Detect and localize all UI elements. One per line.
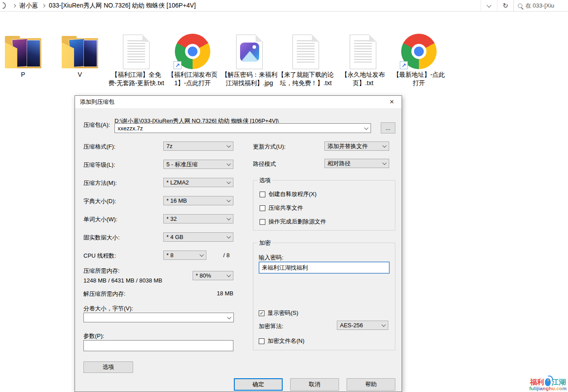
browse-button[interactable]: ...	[381, 122, 395, 133]
ellipsis-icon: ...	[386, 125, 390, 131]
file-label: 【永久地址发布页】.txt	[335, 71, 391, 87]
encrypt-filenames-checkbox[interactable]: 加密文件名(N)	[259, 337, 304, 345]
watermark-brand-left: 福利	[530, 379, 544, 386]
dictionary-select[interactable]: * 16 MB	[163, 196, 233, 205]
file-label: 【解压密码：来福利江湖找福利】.jpg	[221, 71, 277, 87]
chevron-down-icon	[227, 143, 231, 148]
word-size-select[interactable]: * 32	[163, 214, 233, 223]
search-icon	[518, 4, 522, 8]
truncated-drive-icon	[3, 2, 6, 9]
dialog-titlebar: 添加到压缩包 ×	[75, 96, 402, 108]
breadcrumb-item-parent[interactable]: 谢小蒽	[20, 2, 38, 10]
chevron-down-icon	[227, 273, 231, 277]
checkbox-checked-icon: ✓	[259, 310, 264, 316]
file-item-folder-p[interactable]: P	[0, 18, 51, 79]
delete-after-checkbox[interactable]: 操作完成后删除源文件	[260, 218, 326, 226]
split-volumes-combo[interactable]	[83, 313, 234, 322]
explorer-toolbar: 谢小蒽 033-[XiuRen秀人网 NO.7326] 幼幼 蜘蛛侠 [106P…	[0, 0, 568, 12]
file-item-jpg[interactable]: 【解压密码：来福利江湖找福利】.jpg	[221, 18, 277, 87]
options-group: 选项 创建自释放程序(X) 压缩共享文件 操作完成后删除源文件	[253, 180, 395, 231]
decompress-memory-label: 解压缩所需内存:	[83, 290, 126, 298]
solid-block-select[interactable]: * 4 GB	[163, 232, 233, 242]
encryption-method-label: 加密算法:	[259, 322, 284, 330]
breadcrumb-item-current[interactable]: 033-[XiuRen秀人网 NO.7326] 幼幼 蜘蛛侠 [106P+4V]	[49, 2, 196, 10]
path-mode-select[interactable]: 相对路径	[324, 159, 389, 168]
file-label: 【福利江湖发布页1】-点此打开	[165, 71, 221, 87]
file-item-txt-3[interactable]: 【永久地址发布页】.txt	[335, 18, 391, 87]
show-password-checkbox[interactable]: ✓ 显示密码(S)	[259, 309, 298, 317]
chevron-down-icon	[227, 216, 231, 220]
refresh-button[interactable]: ↻	[497, 0, 513, 11]
close-icon: ×	[390, 98, 394, 106]
dialog-title: 添加到压缩包	[75, 98, 114, 106]
method-select[interactable]: * LZMA2	[163, 178, 233, 187]
folder-icon	[60, 36, 99, 69]
breadcrumb: 谢小蒽 033-[XiuRen秀人网 NO.7326] 幼幼 蜘蛛侠 [106P…	[3, 0, 196, 11]
memory-percent-select[interactable]: * 80%	[193, 271, 233, 280]
parameters-input[interactable]	[83, 340, 233, 351]
watermark-brand-right: 江湖	[552, 379, 566, 386]
breadcrumb-separator-icon	[42, 4, 45, 7]
breadcrumb-separator-icon	[12, 4, 16, 7]
chevron-down-icon	[382, 322, 386, 327]
cpu-threads-select[interactable]: * 8	[163, 251, 206, 260]
text-file-icon	[292, 35, 319, 69]
shortcut-arrow-icon: ↗	[400, 61, 408, 69]
path-mode-label: 路径模式	[253, 160, 276, 168]
search-box[interactable]	[513, 0, 568, 11]
chevron-down-icon	[364, 125, 369, 130]
word-size-label: 单词大小(W):	[83, 216, 118, 223]
create-sfx-checkbox[interactable]: 创建自释放程序(X)	[260, 190, 316, 198]
shortcut-arrow-icon: ↗	[174, 61, 181, 69]
level-select[interactable]: 5 - 标准压缩	[163, 160, 233, 169]
close-button[interactable]: ×	[382, 96, 402, 108]
solid-block-label: 固实数据大小:	[83, 234, 120, 242]
collapse-pane-button[interactable]	[481, 0, 497, 11]
split-volumes-label: 分卷大小，字节(V):	[83, 305, 133, 313]
split-volumes-input[interactable]	[87, 314, 225, 321]
chevron-down-icon	[486, 2, 491, 7]
cpu-threads-max: / 8	[223, 252, 229, 259]
checkbox-unchecked-icon	[259, 338, 264, 344]
file-item-chrome-shortcut-1[interactable]: ↗ 【福利江湖发布页1】-点此打开	[165, 18, 221, 87]
archive-label: 压缩包(A):	[83, 121, 110, 129]
password-input[interactable]	[259, 262, 390, 274]
compress-shared-checkbox[interactable]: 压缩共享文件	[260, 204, 303, 212]
options-button[interactable]: 选项	[83, 361, 133, 373]
update-mode-label: 更新方式(U):	[253, 143, 286, 151]
archive-name-combo[interactable]	[114, 123, 371, 133]
file-item-txt-1[interactable]: 【福利江湖】全免费-无套路-更新快.txt	[108, 18, 164, 87]
chrome-icon: ↗	[401, 34, 437, 69]
file-item-txt-2[interactable]: 【来了就能下载的论坛，纯免费！】.txt	[278, 18, 334, 87]
ok-button[interactable]: 确定	[234, 378, 283, 391]
chrome-icon: ↗	[175, 34, 210, 69]
file-item-chrome-shortcut-2[interactable]: ↗ 【最新地址】-点此打开	[391, 18, 447, 87]
method-label: 压缩方法(M):	[83, 179, 117, 187]
chevron-down-icon	[227, 161, 231, 166]
chevron-down-icon	[200, 252, 204, 257]
checkbox-unchecked-icon	[260, 219, 265, 225]
help-button[interactable]: 帮助	[347, 378, 395, 391]
format-select[interactable]: 7z	[163, 141, 233, 151]
dictionary-label: 字典大小(D):	[83, 197, 116, 205]
folder-icon	[4, 36, 43, 69]
chevron-down-icon	[227, 315, 232, 319]
mouse-icon	[545, 378, 551, 386]
encryption-method-select[interactable]: AES-256	[337, 321, 388, 330]
file-label: 【福利江湖】全免费-无套路-更新快.txt	[108, 71, 164, 87]
search-input[interactable]	[525, 2, 563, 9]
file-label: P	[0, 71, 51, 79]
text-file-icon	[123, 35, 150, 69]
file-label: V	[52, 71, 108, 79]
chevron-down-icon	[383, 143, 387, 148]
format-label: 压缩格式(F):	[83, 143, 115, 151]
file-item-folder-v[interactable]: V	[52, 18, 108, 79]
refresh-icon: ↻	[503, 2, 509, 10]
decompress-memory-value: 18 MB	[163, 290, 233, 297]
update-mode-select[interactable]: 添加并替换文件	[324, 141, 389, 151]
archive-name-input[interactable]	[118, 125, 363, 132]
text-file-icon	[350, 35, 376, 69]
cancel-button[interactable]: 取消	[290, 378, 339, 391]
chevron-down-icon	[227, 198, 231, 202]
chevron-down-icon	[227, 234, 231, 239]
